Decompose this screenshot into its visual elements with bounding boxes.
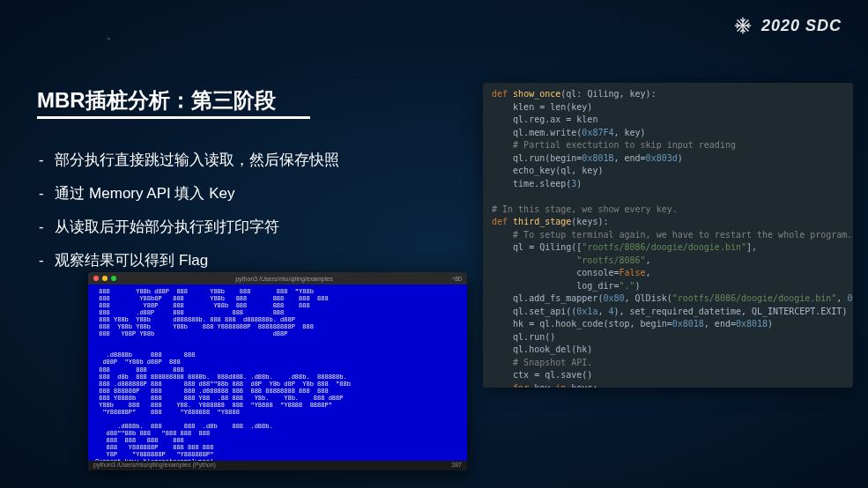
close-icon [93,276,99,281]
terminal-titlebar: python3 /Users/mio/qiling/examples ^80 [88,272,467,285]
maximize-icon [111,276,116,281]
slide-title: MBR插桩分析：第三阶段 [37,86,276,115]
minimize-icon [102,276,108,281]
bullet-list: 部分执行直接跳过输入读取，然后保存快照 通过 Memory API 填入 Key… [55,145,339,279]
terminal-title: python3 /Users/mio/qiling/examples [120,276,449,282]
code-block: def show_once(ql: Qiling, key): klen = l… [483,83,853,388]
bullet-item: 从读取后开始部分执行到打印字符 [55,212,339,242]
title-underline [37,116,310,119]
brand-text: 2020 SDC [761,17,842,35]
header-brand: 2020 SDC [733,16,842,35]
status-right: 387 [451,462,462,470]
terminal-output: 888 Y88b d88P 888 Y88b 888 888 "Y88b 888… [88,285,467,469]
snowflake-icon [733,16,753,35]
terminal-window: python3 /Users/mio/qiling/examples ^80 8… [88,272,467,470]
bullet-item: 部分执行直接跳过输入读取，然后保存快照 [55,145,339,175]
terminal-statusbar: python3 /Users/mio/qiling/examples (Pyth… [88,461,467,470]
status-left: python3 /Users/mio/qiling/examples (Pyth… [93,462,216,470]
bullet-item: 通过 Memory API 填入 Key [55,179,339,209]
bullet-item: 观察结果可以得到 Flag [55,246,339,276]
terminal-zoom: ^80 [452,276,462,282]
